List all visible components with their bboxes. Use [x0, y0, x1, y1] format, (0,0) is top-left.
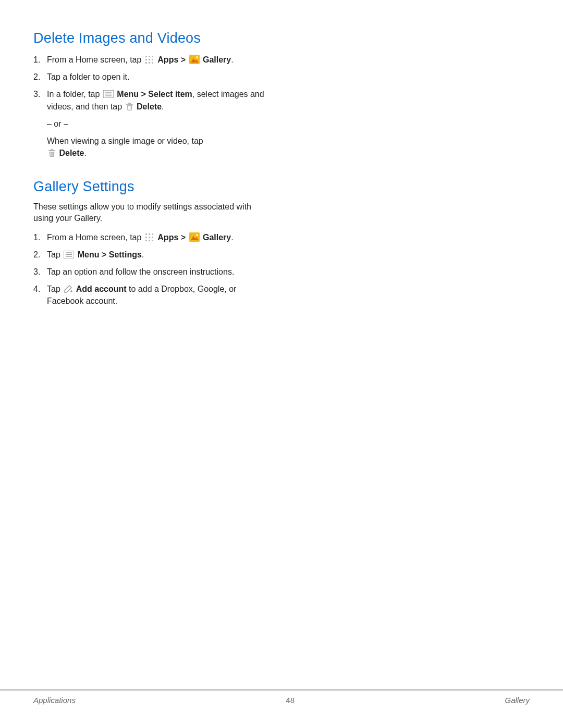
gallery-icon: [189, 55, 200, 64]
footer-topic-label: Gallery: [505, 696, 530, 705]
step-text: .: [142, 250, 144, 259]
menu-settings-label: Menu > Settings: [78, 250, 142, 259]
document-page: Delete Images and Videos From a Home scr…: [0, 0, 563, 728]
svg-rect-16: [126, 104, 133, 105]
svg-rect-9: [189, 55, 200, 64]
add-account-icon: [64, 285, 72, 293]
svg-rect-27: [149, 233, 150, 235]
apps-label: Apps: [157, 233, 178, 242]
svg-rect-0: [145, 56, 147, 57]
svg-rect-26: [145, 233, 147, 235]
svg-rect-7: [149, 62, 150, 64]
step-text: Tap an option and follow the onscreen in…: [47, 267, 234, 276]
step-text: Tap: [47, 285, 63, 293]
separator: >: [178, 55, 188, 64]
svg-rect-1: [149, 56, 150, 57]
steps-list-delete: From a Home screen, tap Apps > Gallery. …: [33, 54, 273, 159]
apps-label: Apps: [157, 55, 178, 64]
svg-point-11: [196, 56, 198, 58]
delete-label: Delete: [137, 102, 162, 111]
svg-rect-33: [149, 240, 150, 241]
svg-rect-4: [149, 59, 150, 60]
delete-label: Delete: [59, 149, 84, 157]
footer-page-number: 48: [286, 696, 295, 705]
step-item: From a Home screen, tap Apps > Gallery.: [47, 231, 273, 243]
menu-icon: [103, 89, 114, 97]
content-column: Delete Images and Videos From a Home scr…: [33, 30, 273, 307]
svg-rect-21: [48, 150, 55, 151]
svg-rect-8: [152, 62, 153, 64]
step-text: .: [231, 55, 233, 64]
heading-delete-images-videos: Delete Images and Videos: [33, 30, 273, 46]
step-item: Tap Add account to add a Dropbox, Google…: [47, 283, 273, 307]
apps-icon: [145, 233, 154, 242]
step-text: Tap: [47, 250, 63, 259]
separator: >: [178, 233, 188, 242]
trash-icon: [126, 102, 133, 111]
svg-point-37: [196, 234, 198, 236]
step-text: In a folder, tap: [47, 90, 102, 98]
svg-rect-31: [152, 237, 153, 238]
step-text: .: [84, 149, 86, 157]
svg-rect-30: [149, 237, 150, 238]
intro-text: These settings allow you to modify setti…: [33, 201, 273, 224]
svg-rect-32: [145, 240, 147, 241]
step-text: to add a Dropbox, Google, or Facebook ac…: [47, 285, 236, 305]
svg-rect-22: [51, 149, 53, 150]
step-text: From a Home screen, tap: [47, 55, 144, 64]
step-item: Tap a folder to open it.: [47, 71, 273, 83]
step-text: .: [162, 102, 164, 111]
menu-icon: [64, 250, 74, 257]
step-text: .: [231, 233, 233, 242]
svg-rect-17: [128, 103, 131, 104]
add-account-label: Add account: [76, 285, 127, 293]
page-footer: Applications 48 Gallery: [0, 689, 563, 710]
heading-gallery-settings: Gallery Settings: [33, 179, 273, 195]
step-item: In a folder, tap Menu > Select item, sel…: [47, 88, 273, 159]
or-divider: – or –: [47, 118, 273, 130]
steps-list-settings: From a Home screen, tap Apps > Gallery. …: [33, 231, 273, 307]
step-text: Tap a folder to open it.: [47, 72, 129, 81]
svg-rect-29: [145, 237, 147, 238]
svg-rect-34: [152, 240, 153, 241]
gallery-icon: [189, 232, 200, 242]
step-text: From a Home screen, tap: [47, 233, 144, 242]
svg-rect-35: [189, 232, 200, 242]
step-item: Tap Menu > Settings.: [47, 249, 273, 261]
menu-select-item-label: Menu > Select item: [117, 90, 192, 98]
svg-rect-6: [145, 62, 147, 64]
apps-icon: [145, 55, 154, 65]
svg-rect-2: [152, 56, 153, 57]
step-text: When viewing a single image or video, ta…: [47, 137, 203, 145]
step-item: From a Home screen, tap Apps > Gallery.: [47, 54, 273, 66]
gallery-label: Gallery: [203, 55, 231, 64]
footer-section-label: Applications: [33, 696, 76, 705]
svg-rect-3: [145, 59, 147, 60]
step-item: Tap an option and follow the onscreen in…: [47, 266, 273, 278]
alternative-step: When viewing a single image or video, ta…: [47, 135, 273, 159]
trash-icon: [48, 149, 56, 157]
svg-rect-5: [152, 59, 153, 60]
svg-rect-28: [152, 233, 153, 235]
gallery-label: Gallery: [203, 233, 231, 242]
